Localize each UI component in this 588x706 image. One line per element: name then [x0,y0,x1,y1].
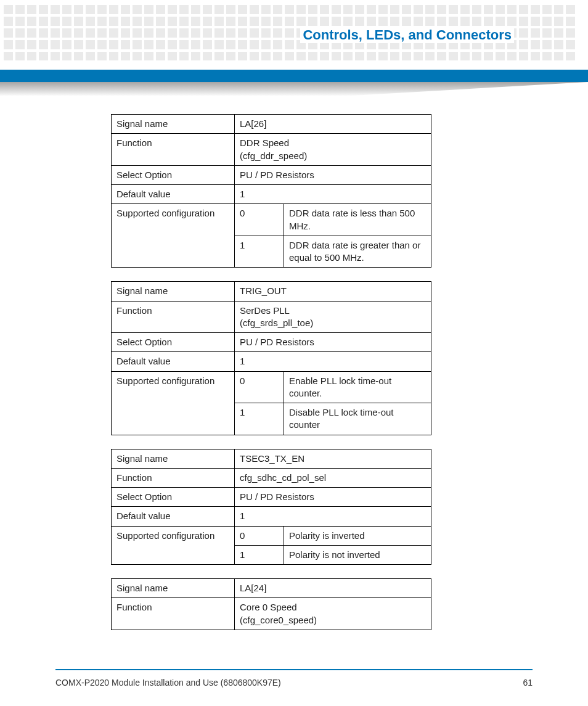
config-desc: Polarity is not inverted [284,545,431,564]
table-row: Signal name LA[24] [112,579,431,598]
row-label: Default value [112,185,235,204]
table-row: Signal name LA[26] [112,115,431,134]
config-code: 1 [235,403,284,435]
row-value: Core 0 Speed (cfg_core0_speed) [235,598,431,630]
content-area: Signal name LA[26] Function DDR Speed (c… [111,114,431,644]
config-table-1: Signal name LA[26] Function DDR Speed (c… [111,114,431,268]
table-row: Function Core 0 Speed (cfg_core0_speed) [112,598,431,630]
header-wedge [0,82,588,96]
function-text: DDR Speed [240,138,289,148]
config-desc: DDR data rate is less than 500 MHz. [284,204,431,236]
row-value: PU / PD Resistors [235,488,431,507]
row-label: Supported configuration [112,204,235,268]
footer: COMX-P2020 Module Installation and Use (… [55,678,533,688]
config-code: 0 [235,526,284,545]
config-desc: Enable PLL lock time-out counter. [284,371,431,403]
config-desc: Disable PLL lock time-out counter [284,403,431,435]
table-row: Function DDR Speed (cfg_ddr_speed) [112,134,431,166]
row-value: 1 [235,352,431,371]
row-label: Function [112,134,235,166]
table-row: Function cfg_sdhc_cd_pol_sel [112,468,431,487]
row-value: TRIG_OUT [235,282,431,301]
config-code: 1 [235,236,284,268]
function-subtext: (cfg_core0_speed) [240,615,317,625]
config-table-2: Signal name TRIG_OUT Function SerDes PLL… [111,281,431,435]
function-subtext: (cfg_srds_pll_toe) [240,318,313,328]
row-label: Select Option [112,488,235,507]
row-label: Function [112,598,235,630]
function-text: Core 0 Speed [240,602,297,612]
table-row: Supported configuration 0 Enable PLL loc… [112,371,431,403]
row-label: Function [112,301,235,333]
function-text: SerDes PLL [240,305,290,316]
row-label: Select Option [112,333,235,352]
row-label: Function [112,468,235,487]
row-value: LA[26] [235,115,431,134]
config-desc: DDR data rate is greater than or equal t… [284,236,431,268]
config-table-4: Signal name LA[24] Function Core 0 Speed… [111,578,431,630]
table-row: Select Option PU / PD Resistors [112,333,431,352]
footer-rule [55,669,533,670]
table-row: Supported configuration 0 Polarity is in… [112,526,431,545]
function-subtext: (cfg_ddr_speed) [240,150,307,161]
row-label: Supported configuration [112,526,235,565]
row-label: Default value [112,352,235,371]
table-row: Select Option PU / PD Resistors [112,165,431,184]
row-value: PU / PD Resistors [235,333,431,352]
table-row: Supported configuration 0 DDR data rate … [112,204,431,236]
footer-page-number: 61 [523,678,533,688]
table-row: Signal name TRIG_OUT [112,282,431,301]
header-blue-bar [0,70,588,82]
section-title: Controls, LEDs, and Connectors [300,27,514,43]
row-label: Signal name [112,282,235,301]
table-row: Default value 1 [112,352,431,371]
config-table-3: Signal name TSEC3_TX_EN Function cfg_sdh… [111,449,431,565]
row-value: 1 [235,185,431,204]
row-label: Select Option [112,165,235,184]
row-value: TSEC3_TX_EN [235,449,431,468]
footer-doc-title: COMX-P2020 Module Installation and Use (… [55,678,281,688]
row-label: Supported configuration [112,371,235,435]
row-value: cfg_sdhc_cd_pol_sel [235,468,431,487]
table-row: Default value 1 [112,185,431,204]
config-code: 0 [235,371,284,403]
table-row: Select Option PU / PD Resistors [112,488,431,507]
row-label: Default value [112,507,235,526]
table-row: Function SerDes PLL (cfg_srds_pll_toe) [112,301,431,333]
row-label: Signal name [112,115,235,134]
config-code: 0 [235,204,284,236]
row-value: SerDes PLL (cfg_srds_pll_toe) [235,301,431,333]
row-value: LA[24] [235,579,431,598]
row-value: 1 [235,507,431,526]
table-row: Signal name TSEC3_TX_EN [112,449,431,468]
row-value: DDR Speed (cfg_ddr_speed) [235,134,431,166]
row-value: PU / PD Resistors [235,165,431,184]
row-label: Signal name [112,449,235,468]
config-code: 1 [235,545,284,564]
row-label: Signal name [112,579,235,598]
config-desc: Polarity is inverted [284,526,431,545]
table-row: Default value 1 [112,507,431,526]
